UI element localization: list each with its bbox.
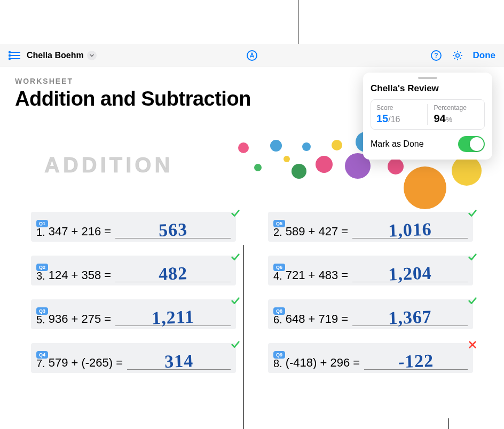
done-button[interactable]: Done (473, 50, 496, 61)
question-number: 4. (273, 270, 282, 282)
question-prompt: (-418) + 296 = (286, 356, 360, 370)
handwritten-answer: -122 (398, 351, 434, 372)
answer-line: 1,211 (115, 305, 231, 326)
mark-done-label: Mark as Done (371, 139, 424, 149)
score-label: Score (376, 104, 422, 112)
question-prompt: 579 + (-265) = (49, 356, 123, 370)
svg-point-5 (9, 58, 11, 59)
question-number-wrap: Q11. (36, 226, 45, 239)
help-icon[interactable]: ? (430, 50, 442, 61)
question-tag: Q9 (273, 351, 285, 359)
answer-line: 1,016 (352, 217, 468, 239)
handwritten-answer: 1,211 (152, 307, 195, 329)
section-heading: ADDITION (44, 153, 173, 177)
question-prompt: 648 + 719 = (286, 312, 348, 326)
handwritten-answer: 1,367 (388, 307, 432, 329)
markup-icon[interactable] (247, 50, 257, 61)
stats-block: Score 15/16 Percentage 94% (371, 99, 485, 130)
question-prompt: 124 + 358 = (49, 268, 111, 282)
question-number: 3. (36, 270, 45, 282)
handwritten-answer: 1,016 (388, 219, 432, 241)
callout-line (243, 245, 244, 429)
worksheet: ADDITION Q11.347 + 216 =563Q52.589 + 427… (15, 126, 489, 373)
question-prompt: 936 + 275 = (49, 312, 111, 326)
callout-line (298, 0, 298, 44)
question-number-wrap: Q52. (273, 226, 282, 239)
question-row[interactable]: Q35.936 + 275 =1,211 (31, 299, 236, 329)
question-prompt: 721 + 483 = (286, 268, 348, 282)
check-icon[interactable] (231, 340, 240, 352)
answer-line: 482 (115, 261, 231, 282)
percentage-value: 94 (434, 113, 446, 124)
question-number: 6. (273, 314, 282, 326)
check-icon[interactable] (231, 209, 240, 220)
answer-line: 314 (127, 348, 231, 370)
question-prompt: 589 + 427 = (286, 225, 348, 239)
review-panel: Chella's Review Score 15/16 Percentage 9… (363, 73, 492, 160)
student-dropdown[interactable] (87, 51, 97, 60)
check-icon[interactable] (231, 296, 240, 308)
question-row[interactable]: Q86.648 + 719 =1,367 (268, 299, 473, 329)
check-icon[interactable] (468, 209, 477, 220)
check-icon[interactable] (231, 252, 240, 264)
question-tag: Q2 (36, 264, 48, 271)
question-number-wrap: Q35. (36, 314, 45, 326)
percentage-symbol: % (446, 115, 452, 124)
panel-drag-handle[interactable] (418, 77, 437, 79)
question-row[interactable]: Q52.589 + 427 =1,016 (268, 212, 473, 242)
mark-done-toggle[interactable] (458, 136, 485, 152)
score-value: 15 (376, 113, 388, 124)
toolbar: Chella Boehm ? Done (0, 44, 504, 67)
question-tag: Q5 (273, 220, 285, 227)
x-icon[interactable] (468, 340, 477, 352)
question-number: 8. (273, 358, 282, 370)
question-number-wrap: Q64. (273, 270, 282, 282)
handwritten-answer: 563 (158, 219, 187, 241)
question-tag: Q4 (36, 351, 48, 359)
spacer (0, 0, 504, 44)
question-row[interactable]: Q98.(-418) + 296 =-122 (268, 343, 473, 373)
answer-line: -122 (364, 348, 468, 370)
sidebar-icon[interactable] (9, 50, 21, 61)
question-number: 1. (36, 226, 45, 239)
question-number-wrap: Q98. (273, 358, 282, 370)
question-tag: Q3 (36, 307, 48, 315)
answer-line: 1,204 (352, 261, 468, 282)
svg-point-3 (9, 51, 11, 53)
check-icon[interactable] (468, 252, 477, 264)
svg-point-8 (455, 53, 459, 57)
question-number: 7. (36, 358, 45, 370)
question-row[interactable]: Q64.721 + 483 =1,204 (268, 256, 473, 285)
question-row[interactable]: Q23.124 + 358 =482 (31, 256, 236, 285)
question-tag: Q8 (273, 307, 285, 315)
question-number-wrap: Q47. (36, 358, 45, 370)
question-number: 2. (273, 226, 282, 239)
answer-line: 563 (115, 217, 231, 239)
callout-line (448, 418, 449, 429)
svg-point-4 (9, 54, 11, 56)
question-tag: Q1 (36, 220, 48, 227)
answer-line: 1,367 (352, 305, 468, 326)
check-icon[interactable] (468, 296, 477, 308)
score-max: /16 (388, 115, 400, 124)
question-number: 5. (36, 314, 45, 326)
student-name[interactable]: Chella Boehm (27, 51, 84, 60)
handwritten-answer: 314 (164, 351, 193, 372)
question-tag: Q6 (273, 264, 285, 271)
question-number-wrap: Q86. (273, 314, 282, 326)
handwritten-answer: 482 (158, 263, 187, 284)
question-row[interactable]: Q47.579 + (-265) =314 (31, 343, 236, 373)
question-prompt: 347 + 216 = (49, 225, 111, 239)
review-title: Chella's Review (371, 83, 485, 94)
gear-icon[interactable] (452, 50, 463, 61)
handwritten-answer: 1,204 (388, 263, 432, 285)
percentage-label: Percentage (434, 104, 479, 112)
question-number-wrap: Q23. (36, 270, 45, 282)
svg-text:?: ? (434, 52, 438, 59)
question-row[interactable]: Q11.347 + 216 =563 (31, 212, 236, 242)
